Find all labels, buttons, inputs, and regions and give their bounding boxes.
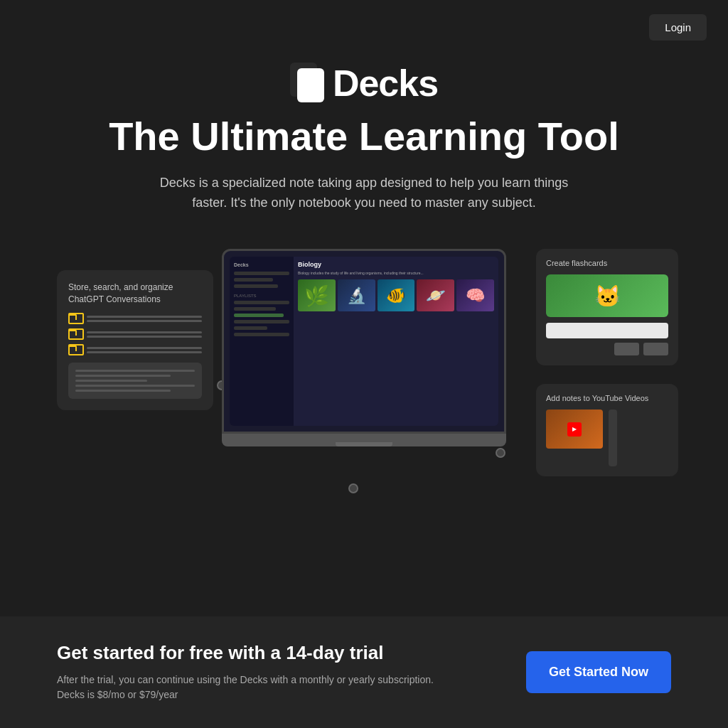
youtube-notes [609,410,617,466]
sidebar-item-small [234,278,273,282]
login-button[interactable]: Login [649,14,707,41]
cta-heading: Get started for free with a 14-day trial [57,642,526,664]
youtube-content [546,410,668,466]
cta-section: Get started for free with a 14-day trial… [0,616,728,728]
sidebar-item-small [234,320,289,323]
laptop-mockup: Decks PLAYLISTS Bi [222,249,506,446]
card-flashcards: Create flashcards [536,249,678,365]
sidebar-item-small [234,284,278,288]
app-sidebar: Decks PLAYLISTS [230,257,294,426]
grid-item-leaf [298,279,336,311]
doc-line [75,375,171,377]
folder-item [68,330,202,340]
laptop-screen-inner: Decks PLAYLISTS Bi [230,257,498,426]
sidebar-item-small-active [234,314,284,317]
flashcards-card-title: Create flashcards [546,259,668,267]
sidebar-item-small [234,326,267,330]
doc-line [75,390,171,392]
doc-line [75,380,147,382]
folder-line [87,347,202,349]
folder-icon-3 [68,346,81,355]
folder-lines-3 [87,347,202,353]
sidebar-section: PLAYLISTS [234,294,289,336]
youtube-thumbnail [546,410,603,449]
sidebar-item-small [234,307,276,311]
logo-text: Decks [333,62,438,105]
logo-area: Decks [14,62,714,105]
chatgpt-card-title: Store, search, and organize ChatGPT Conv… [68,282,202,306]
doc-preview [68,363,202,399]
folder-line [87,331,202,333]
cat-image [546,274,668,317]
logo-icon [290,63,324,104]
folder-list [68,314,202,355]
folder-line [87,336,202,338]
flashcard-input [546,323,668,338]
card-chatgpt: Store, search, and organize ChatGPT Conv… [57,270,213,410]
hero-description: Decks is a specialized note taking app d… [144,173,584,214]
folder-line [87,351,202,353]
folder-line [87,320,202,322]
logo-card-front [297,68,324,102]
doc-line [75,370,195,372]
sidebar-item-small [234,301,289,304]
sidebar-item-small [234,272,289,275]
cta-text-area: Get started for free with a 14-day trial… [57,642,526,702]
folder-icon-2 [68,330,81,340]
laptop-screen: Decks PLAYLISTS Bi [222,249,506,434]
sidebar-item-small [234,333,289,336]
grid-item-brain [456,279,494,311]
card-youtube: Add notes to YouTube Videos [536,384,678,476]
folder-line [87,316,202,318]
hero-section: Decks The Ultimate Learning Tool Decks i… [0,55,728,213]
sidebar-section-title: PLAYLISTS [234,294,289,298]
flashcard-btn-1 [614,343,639,355]
hero-title: The Ultimate Learning Tool [14,114,714,159]
app-main: Biology Biology includes the study of li… [294,257,498,426]
folder-icon-1 [68,314,81,324]
folder-item [68,314,202,324]
flashcard-btn-2 [643,343,668,355]
grid-item-coral [378,279,415,311]
cta-description: After the trial, you can continue using … [57,673,455,702]
doc-line [75,385,195,387]
get-started-button[interactable]: Get Started Now [526,651,671,693]
app-main-title: Biology [298,261,494,268]
youtube-card-title: Add notes to YouTube Videos [546,394,668,402]
folder-lines-2 [87,331,202,338]
connector-dot-bottom [348,483,358,493]
grid-item-dna [338,279,375,311]
laptop-base [222,434,506,446]
app-sidebar-title: Decks [234,262,289,267]
youtube-play-icon [567,422,582,437]
grid-preview [298,279,494,311]
flashcard-buttons [546,343,668,355]
folder-item [68,346,202,355]
grid-item-planet [417,279,454,311]
connector-dot-right-bottom [496,448,505,458]
folder-lines-1 [87,316,202,322]
header: Login [0,0,728,55]
features-area: Store, search, and organize ChatGPT Conv… [0,242,728,526]
app-main-description: Biology includes the study of life and l… [298,271,494,275]
